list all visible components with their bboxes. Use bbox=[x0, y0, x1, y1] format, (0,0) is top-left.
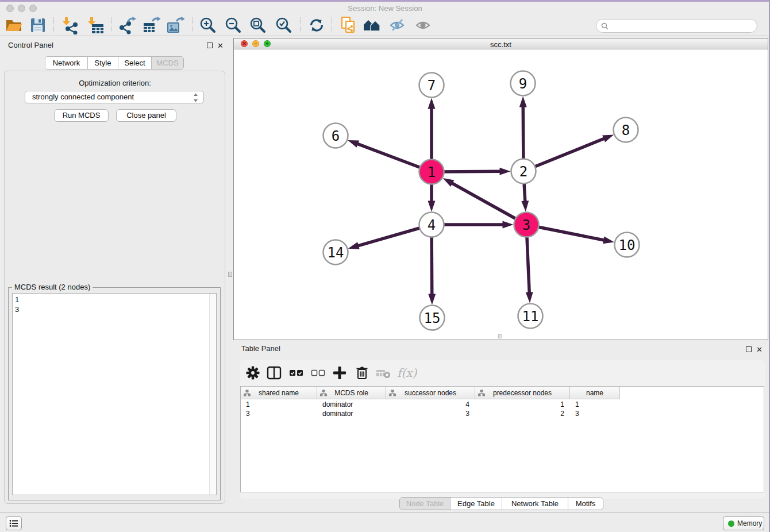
close-panel-button[interactable]: Close panel bbox=[116, 109, 176, 122]
table-panel-buttons: ✕ bbox=[746, 346, 763, 356]
delete-table-icon bbox=[376, 365, 391, 380]
node-label: 10 bbox=[619, 237, 636, 253]
tab-network-table[interactable]: Network Table bbox=[502, 498, 568, 510]
graph-edge[interactable] bbox=[523, 138, 605, 171]
node-label: 15 bbox=[424, 310, 441, 326]
network-view-window: ✕ − + scc.txt 7968124314101511 bbox=[233, 38, 768, 340]
close-panel-icon[interactable]: ✕ bbox=[217, 41, 224, 50]
edge-arrowhead bbox=[503, 221, 514, 229]
mcds-result-list[interactable]: 1 3 bbox=[12, 293, 217, 495]
network-window-titlebar: ✕ − + scc.txt bbox=[234, 38, 768, 49]
tab-select[interactable]: Select bbox=[118, 57, 152, 69]
edge-arrowhead bbox=[443, 178, 455, 187]
zoom-in-icon[interactable] bbox=[199, 16, 217, 34]
network-graph-canvas[interactable]: 7968124314101511 bbox=[234, 50, 768, 340]
deselect-all-checkboxes-icon[interactable] bbox=[311, 365, 326, 380]
home-layout-icon[interactable] bbox=[363, 16, 382, 34]
refresh-view-icon[interactable] bbox=[307, 16, 326, 34]
node-label: 7 bbox=[428, 78, 436, 94]
run-mcds-button[interactable]: Run MCDS bbox=[54, 109, 109, 122]
tab-node-table[interactable]: Node Table bbox=[400, 498, 451, 510]
node-label: 11 bbox=[522, 309, 539, 325]
zoom-out-icon[interactable] bbox=[224, 16, 242, 34]
result-scrollbar[interactable] bbox=[209, 294, 216, 495]
show-all-icon[interactable] bbox=[414, 16, 433, 34]
tab-network[interactable]: Network bbox=[45, 57, 88, 69]
control-panel-buttons: ✕ bbox=[207, 42, 224, 52]
delete-column-icon[interactable] bbox=[355, 365, 369, 380]
tab-motifs[interactable]: Motifs bbox=[568, 498, 603, 510]
column-type-icon bbox=[389, 390, 396, 396]
export-table-icon[interactable] bbox=[142, 16, 160, 34]
node-label: 6 bbox=[332, 128, 340, 144]
open-session-icon[interactable] bbox=[5, 16, 23, 34]
table-settings-icon[interactable] bbox=[245, 365, 260, 380]
tab-mcds[interactable]: MCDS bbox=[152, 57, 183, 69]
task-list-icon bbox=[9, 519, 18, 527]
tab-edge-table[interactable]: Edge Table bbox=[451, 498, 502, 510]
main-toolbar bbox=[0, 15, 770, 36]
float-panel-icon[interactable] bbox=[207, 43, 213, 48]
copy-share-icon[interactable] bbox=[340, 16, 358, 34]
export-image-icon[interactable] bbox=[166, 16, 184, 34]
column-type-icon bbox=[478, 390, 485, 396]
mcds-result-title: MCDS result (2 nodes) bbox=[12, 283, 93, 291]
add-column-icon[interactable] bbox=[332, 365, 347, 380]
close-table-panel-icon[interactable]: ✕ bbox=[756, 345, 763, 354]
canvas-resize-handle[interactable] bbox=[498, 334, 502, 338]
table-panel-title: Table Panel bbox=[241, 344, 280, 353]
app-title-bar: Session: New Session bbox=[0, 2, 770, 15]
node-label: 14 bbox=[328, 245, 344, 261]
criterion-dropdown[interactable]: strongly connected component bbox=[25, 91, 204, 103]
node-label: 8 bbox=[622, 122, 630, 138]
table-container: f(x) shared nameMCDS rolesuccessor nodes… bbox=[240, 360, 765, 499]
export-network-icon[interactable] bbox=[118, 16, 136, 34]
network-window-title: scc.txt bbox=[234, 40, 768, 49]
node-label: 4 bbox=[428, 217, 436, 233]
status-bar: Memory bbox=[0, 512, 770, 532]
window-top-border bbox=[0, 0, 770, 2]
column-layout-icon[interactable] bbox=[267, 365, 282, 380]
node-label: 9 bbox=[519, 76, 527, 92]
node-table: shared nameMCDS rolesuccessor nodesprede… bbox=[240, 386, 764, 492]
node-label: 2 bbox=[519, 164, 528, 180]
control-panel-title: Control Panel bbox=[8, 41, 53, 49]
dropdown-stepper-icon bbox=[193, 93, 198, 102]
node-table-header: shared nameMCDS rolesuccessor nodesprede… bbox=[241, 387, 620, 399]
edge-arrowhead bbox=[348, 140, 359, 148]
mcds-result-group: MCDS result (2 nodes) 1 3 bbox=[8, 287, 221, 500]
edge-arrowhead bbox=[519, 96, 527, 107]
zoom-fit-icon[interactable] bbox=[249, 16, 267, 34]
save-session-icon[interactable] bbox=[29, 16, 47, 34]
svg-text:f(x): f(x) bbox=[397, 366, 417, 380]
edge-arrowhead bbox=[348, 242, 360, 249]
column-type-icon bbox=[320, 390, 327, 396]
edge-arrowhead bbox=[428, 201, 436, 212]
column-header[interactable]: successor nodes bbox=[386, 387, 475, 399]
node-label: 3 bbox=[522, 217, 530, 233]
table-row[interactable]: 3dominator323 bbox=[241, 409, 620, 418]
task-history-button[interactable] bbox=[6, 516, 22, 530]
memory-label: Memory bbox=[737, 519, 762, 527]
edge-arrowhead bbox=[428, 98, 436, 109]
float-table-panel-icon[interactable] bbox=[746, 346, 752, 352]
table-panel-tabs: Node Table Edge Table Network Table Moti… bbox=[399, 497, 603, 510]
search-field[interactable] bbox=[596, 19, 757, 33]
hide-selected-icon[interactable] bbox=[388, 16, 407, 34]
column-header[interactable]: shared name bbox=[241, 387, 317, 399]
zoom-selected-icon[interactable] bbox=[275, 16, 293, 34]
column-header[interactable]: MCDS role bbox=[317, 387, 386, 399]
tab-style[interactable]: Style bbox=[88, 57, 118, 69]
application-window: Session: New Session bbox=[0, 0, 770, 532]
memory-status-dot bbox=[728, 521, 734, 527]
column-header[interactable]: predecessor nodes bbox=[475, 387, 570, 399]
column-header[interactable]: name bbox=[570, 387, 620, 399]
import-table-icon[interactable] bbox=[86, 16, 105, 34]
app-title: Session: New Session bbox=[0, 4, 770, 13]
memory-button[interactable]: Memory bbox=[723, 516, 764, 530]
edge-arrowhead bbox=[602, 134, 614, 142]
table-row[interactable]: 1dominator411 bbox=[241, 400, 620, 409]
select-all-checkboxes-icon[interactable] bbox=[289, 365, 304, 380]
splitter-handle[interactable] bbox=[228, 272, 232, 277]
import-network-icon[interactable] bbox=[61, 16, 79, 34]
